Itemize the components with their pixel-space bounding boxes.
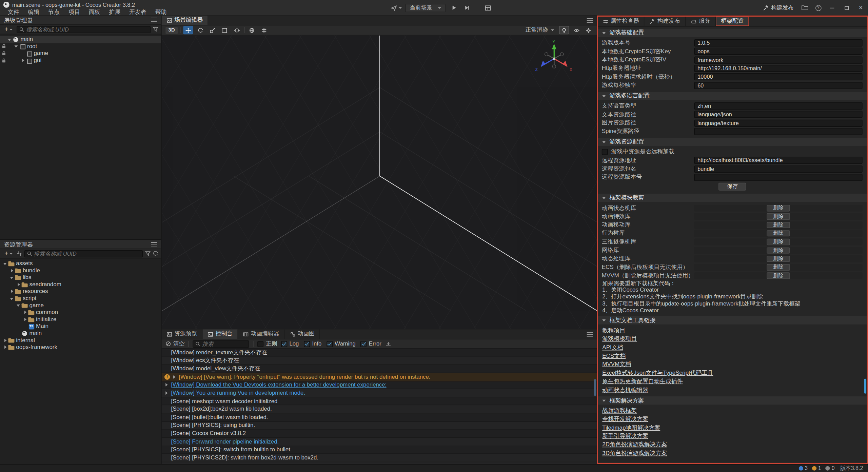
assets-search-input[interactable] (34, 251, 140, 257)
console-regex-toggle[interactable]: 正则 (258, 341, 277, 347)
asset-node-row[interactable]: main (0, 330, 161, 337)
console-filter[interactable]: Warning (327, 341, 356, 347)
hierarchy-node-row[interactable]: gui (0, 57, 161, 64)
filter-checkbox[interactable] (281, 341, 287, 347)
lighting-toggle-button[interactable] (559, 26, 569, 34)
snap-settings-button[interactable] (259, 26, 269, 34)
delete-module-button[interactable]: 删除 (767, 264, 790, 271)
expand-caret[interactable] (9, 275, 15, 280)
console-log-row[interactable]: ! [Scene] Cocos Creator v3.8.2 (162, 430, 597, 438)
asset-node-row[interactable]: game (0, 302, 161, 309)
section-header-language[interactable]: 游戏多语言配置 (598, 92, 867, 100)
delete-module-button[interactable]: 删除 (767, 230, 790, 237)
doc-link[interactable]: 原生包热更新配置自动生成插件 (602, 377, 683, 386)
filter-icon[interactable] (145, 251, 151, 256)
expand-caret[interactable] (9, 289, 15, 294)
doc-link[interactable]: API文档 (602, 343, 623, 352)
asset-node-row[interactable]: resources (0, 288, 161, 295)
import-asset-icon[interactable] (17, 251, 22, 256)
tab-console[interactable]: 控制台 (203, 329, 238, 339)
property-input[interactable] (694, 165, 862, 173)
inspector-scrollbar-thumb[interactable] (864, 379, 867, 394)
asset-node-row[interactable]: Main (0, 323, 161, 330)
expand-caret[interactable] (172, 375, 177, 379)
close-button[interactable]: × (854, 0, 868, 16)
layout-button[interactable] (483, 3, 493, 12)
lock-icon[interactable] (0, 43, 7, 50)
expand-caret[interactable] (23, 310, 28, 315)
console-log-row[interactable]: ! [Window] You are running Vue in develo… (162, 389, 597, 397)
render-mode-select[interactable]: 正常渲染 (523, 27, 557, 33)
expand-caret[interactable] (9, 268, 15, 273)
console-log-row[interactable]: ! [Scene] [PHYSICS]: switch from builtin… (162, 446, 597, 454)
hierarchy-search-input[interactable] (26, 26, 148, 33)
regex-checkbox[interactable] (258, 341, 264, 347)
property-input[interactable] (694, 174, 862, 181)
property-input[interactable] (694, 119, 862, 126)
menu-item[interactable]: 节点 (44, 9, 64, 15)
console-filter[interactable]: Info (304, 341, 321, 347)
console-log-row[interactable]: ! [Window] model_view文件夹不存在 (162, 365, 597, 373)
section-header-docs[interactable]: 框架文档工具链接 (598, 316, 867, 324)
asset-node-row[interactable]: seedrandom (0, 281, 161, 288)
delete-module-button[interactable]: 删除 (767, 239, 790, 245)
console-log-row[interactable]: ! [Window] render_texture文件夹不存在 (162, 349, 597, 357)
console-clear-button[interactable]: 清空 (165, 341, 184, 347)
console-log-row[interactable]: ! [Window] Download the Vue Devtools ext… (162, 381, 597, 389)
menu-item[interactable]: 开发者 (125, 9, 151, 15)
tab-service[interactable]: 服务 (686, 17, 716, 26)
menu-item[interactable]: 项目 (64, 9, 84, 15)
filter-checkbox[interactable] (304, 341, 310, 347)
solution-link[interactable]: 全栈开发解决方案 (602, 415, 648, 424)
remote-load-checkbox[interactable] (602, 149, 608, 155)
filter-checkbox[interactable] (327, 341, 333, 347)
expand-caret[interactable] (164, 391, 169, 395)
play-button[interactable] (449, 3, 459, 12)
tab-scene-editor[interactable]: 场景编辑器 (162, 16, 209, 25)
tab-animation-editor[interactable]: 动画编辑器 (238, 329, 285, 339)
remote-load-toggle[interactable]: 游戏中资源是否远程加载 (598, 148, 867, 156)
property-input[interactable] (694, 157, 862, 164)
menu-item[interactable]: 面板 (84, 9, 105, 15)
section-header-solutions[interactable]: 框架解决方案 (598, 397, 867, 405)
doc-link[interactable]: 动画状态机编辑器 (602, 386, 648, 394)
hierarchy-search[interactable] (17, 26, 151, 33)
panel-menu-icon[interactable] (151, 18, 157, 22)
console-log-row[interactable]: ! [Scene] [box2d]:box2d wasm lib loaded. (162, 406, 597, 414)
filter-icon[interactable] (153, 26, 158, 32)
rotate-tool-button[interactable] (195, 26, 205, 34)
expand-caret[interactable] (9, 296, 15, 301)
filter-checkbox[interactable] (360, 341, 367, 347)
create-asset-button[interactable]: + (3, 250, 14, 257)
panel-menu-icon[interactable] (587, 332, 593, 336)
section-header-basic[interactable]: 游戏基础配置 (598, 29, 867, 37)
lock-icon[interactable] (0, 50, 7, 57)
expand-caret[interactable] (3, 338, 8, 343)
refresh-icon[interactable] (153, 251, 158, 256)
console-log-row[interactable]: ! [Window] [Vue warn]: Property "onInput… (162, 373, 597, 381)
property-input[interactable] (694, 73, 862, 80)
doc-link[interactable]: MVVM文档 (602, 360, 631, 369)
expand-caret[interactable] (14, 44, 19, 49)
menu-item[interactable]: 编辑 (24, 9, 44, 15)
assets-search[interactable] (24, 250, 143, 257)
console-log-row[interactable]: ! [Window] ecs文件夹不存在 (162, 357, 597, 365)
doc-link[interactable]: Excel格式转Json文件与TypeScript代码工具 (602, 369, 713, 377)
menu-item[interactable]: 扩展 (105, 9, 125, 15)
property-input[interactable] (694, 102, 862, 110)
scene-viewport[interactable]: Y X Z (162, 35, 597, 329)
transform-gizmo-button[interactable] (232, 26, 242, 34)
property-input[interactable] (694, 48, 862, 55)
solution-link[interactable]: 新手引导解决方案 (602, 432, 648, 440)
scene-settings-button[interactable] (584, 26, 593, 34)
console-log-row[interactable]: ! [Scene] meshopt wasm decoder initializ… (162, 397, 597, 406)
doc-link[interactable]: 游戏模板项目 (602, 335, 637, 343)
expand-caret[interactable] (16, 303, 21, 308)
console-log-row[interactable]: ! [Scene] [PHYSICS2D]: switch from box2d… (162, 454, 597, 462)
expand-caret[interactable] (164, 383, 169, 387)
export-log-icon[interactable] (385, 341, 391, 347)
asset-node-row[interactable]: libs (0, 274, 161, 281)
property-input[interactable] (694, 111, 862, 118)
asset-node-row[interactable]: internal (0, 337, 161, 344)
expand-caret[interactable] (3, 345, 8, 350)
